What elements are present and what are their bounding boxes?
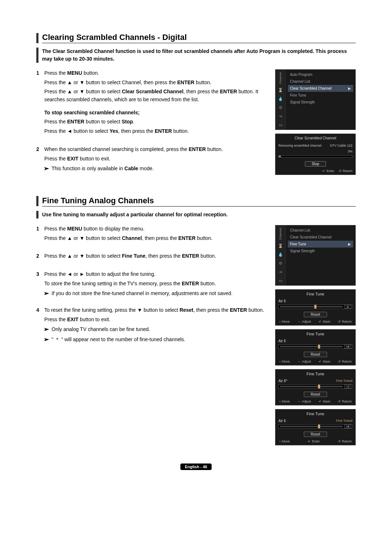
app-icon: ▭ bbox=[278, 278, 283, 283]
osd-menu-item[interactable]: Channel List bbox=[288, 78, 353, 85]
foot-item: ↵Save bbox=[319, 400, 330, 403]
slider-value: +5 bbox=[344, 345, 351, 348]
foot-label: Move bbox=[282, 400, 290, 403]
steps-column: 1Press the MENU button to display the me… bbox=[36, 225, 268, 449]
foot-item: ↔Adjust bbox=[298, 360, 311, 363]
slider-knob[interactable] bbox=[318, 345, 320, 348]
slider-value: +5 bbox=[344, 425, 351, 428]
foot-label: Move bbox=[282, 360, 290, 363]
channel-label-row: Air 6 bbox=[275, 298, 355, 304]
osd-menu-item-label: Channel List bbox=[290, 228, 310, 232]
step-line: Press the ▲ or ▼ button to select Channe… bbox=[44, 234, 268, 242]
note-arrow-icon: ➤ bbox=[43, 165, 50, 173]
step: 1Press the MENU button to display the me… bbox=[36, 225, 268, 244]
step: 4To reset the fine tuning setting, press… bbox=[36, 306, 268, 344]
osd-menu-item[interactable]: Clear Scrambled Channel▶ bbox=[288, 85, 353, 92]
section-fine-tuning: Fine Tuning Analog Channels Use fine tun… bbox=[36, 196, 356, 449]
osd-menu-item[interactable]: Fine Tune▶ bbox=[288, 241, 353, 248]
chevron-right-icon: ▶ bbox=[348, 86, 351, 90]
fine-tune-slider[interactable]: +5 bbox=[278, 344, 352, 349]
channel-name: Air 6 bbox=[278, 419, 286, 423]
note-arrow-icon: ➤ bbox=[43, 336, 50, 344]
foot-item: ↺Return bbox=[338, 400, 352, 403]
step-line: Press the MENU button to display the men… bbox=[44, 225, 268, 233]
osd-footer: ↕Move↔Adjust↵Save↺Return bbox=[275, 399, 355, 405]
osd-menu-item-label: Auto Program bbox=[290, 73, 313, 77]
drop-icon: 💧 bbox=[278, 252, 283, 257]
slider-knob[interactable] bbox=[314, 305, 317, 309]
app-icon: ▭ bbox=[278, 122, 283, 127]
step-line: To store the fine tuning setting in the … bbox=[44, 280, 268, 288]
osd-channel-menu-finetune: Channel ⌛ 💧 ⚙ ⇥ ▭ Channel ListClear Scra… bbox=[275, 225, 356, 286]
osd-title: Fine Tune bbox=[275, 409, 355, 418]
osd-menu-item-label: Fine Tune bbox=[290, 242, 306, 246]
osd-title: Fine Tune bbox=[275, 330, 355, 338]
osd-fine-tune-panel: Fine TuneAir 6+5Reset↕Move↔Adjust↵Save↺R… bbox=[275, 329, 356, 365]
title-accent-bar bbox=[36, 33, 38, 43]
foot-enter: ↵Enter bbox=[322, 169, 334, 173]
return-icon: ↺ bbox=[339, 169, 342, 173]
fine-tune-slider[interactable]: 0 bbox=[278, 305, 352, 309]
osd-fine-tune-panel: Fine TuneAir 6Fine Tuned+5Reset↕Move↵Ent… bbox=[275, 409, 356, 445]
gear-icon: ⚙ bbox=[278, 105, 283, 110]
foot-label: Return bbox=[342, 320, 352, 323]
step-note: ➤Only analog TV channels can be fine tun… bbox=[44, 326, 268, 334]
step-line: To reset the fine tuning setting, press … bbox=[44, 306, 268, 314]
foot-label: Adjust bbox=[302, 320, 311, 323]
fine-tune-slider[interactable]: +5 bbox=[278, 424, 352, 429]
osd-message: Removing scrambled channel. bbox=[278, 144, 322, 147]
step-line: Press the ▲ or ▼ button to select Clear … bbox=[44, 88, 268, 103]
slider-knob[interactable] bbox=[318, 425, 320, 428]
stop-button[interactable]: Stop bbox=[305, 161, 326, 167]
osd-menu-item[interactable]: Signal Strength bbox=[288, 99, 353, 106]
step-number: 1 bbox=[36, 225, 44, 244]
foot-item: ↺Return bbox=[338, 440, 352, 443]
note-text: This function is only available in Cable… bbox=[52, 165, 154, 173]
osd-menu-item[interactable]: Fine Tune bbox=[288, 92, 353, 99]
step-line: Press the EXIT button to exit. bbox=[44, 155, 268, 163]
osd-menu-item-label: Clear Scrambled Channel bbox=[290, 235, 332, 239]
channel-label-row: Air 6*Fine Tuned bbox=[275, 378, 355, 384]
reset-button[interactable]: Reset bbox=[304, 352, 327, 357]
osd-menu-item[interactable]: Clear Scrambled Channel bbox=[288, 234, 353, 241]
foot-item: ↺Return bbox=[338, 360, 352, 363]
foot-icon: ↺ bbox=[338, 400, 341, 403]
osd-menu-items: Auto ProgramChannel ListClear Scrambled … bbox=[286, 70, 355, 130]
osd-column: Channel ⌛ 💧 ⚙ ⇥ ▭ Auto ProgramChannel Li… bbox=[275, 69, 356, 181]
step-body: When the scrambled channel searching is … bbox=[44, 146, 268, 173]
foot-label: Move bbox=[282, 320, 290, 323]
foot-icon: ↵ bbox=[319, 360, 322, 363]
osd-column: Channel ⌛ 💧 ⚙ ⇥ ▭ Channel ListClear Scra… bbox=[275, 225, 356, 449]
osd-menu-item-label: Signal Strength bbox=[290, 100, 315, 104]
osd-menu-item[interactable]: Signal Strength bbox=[288, 248, 353, 254]
osd-menu-item[interactable]: Auto Program bbox=[288, 71, 353, 78]
fine-tune-slider[interactable]: +5 bbox=[278, 384, 352, 389]
slider-knob[interactable] bbox=[318, 385, 320, 388]
step-body: To reset the fine tuning setting, press … bbox=[44, 306, 268, 344]
reset-button[interactable]: Reset bbox=[304, 392, 327, 397]
osd-channel-id: DTV Cable 122 bbox=[330, 144, 352, 147]
foot-item: ↕Move bbox=[279, 320, 290, 323]
foot-icon: ↺ bbox=[338, 440, 341, 443]
note-text: Only analog TV channels can be fine tune… bbox=[52, 326, 150, 334]
foot-label: Enter bbox=[312, 440, 320, 443]
foot-icon: ↕ bbox=[279, 400, 281, 403]
channel-name: Air 6 bbox=[278, 339, 286, 343]
step-body: Press the ◄ or ► button to adjust the fi… bbox=[44, 270, 268, 298]
foot-icon: ↵ bbox=[319, 400, 322, 403]
title-accent-bar bbox=[36, 196, 38, 206]
tune-status: Fine Tuned bbox=[336, 379, 352, 383]
osd-title: Fine Tune bbox=[275, 290, 355, 298]
foot-label: Save bbox=[323, 360, 330, 363]
foot-icon: ↔ bbox=[298, 320, 301, 323]
reset-button[interactable]: Reset bbox=[304, 432, 327, 437]
osd-menu-item[interactable]: Channel List bbox=[288, 227, 353, 234]
step-subhead: To stop searching scrambled channels; bbox=[44, 109, 268, 117]
foot-icon: ↕ bbox=[279, 320, 281, 323]
foot-label: Adjust bbox=[302, 400, 311, 403]
intro-accent-bar bbox=[36, 211, 38, 219]
reset-button[interactable]: Reset bbox=[304, 312, 327, 317]
foot-label: Return bbox=[342, 440, 352, 443]
channel-label-row: Air 6Fine Tuned bbox=[275, 418, 355, 424]
step-note: ➤This function is only available in Cabl… bbox=[44, 165, 268, 173]
